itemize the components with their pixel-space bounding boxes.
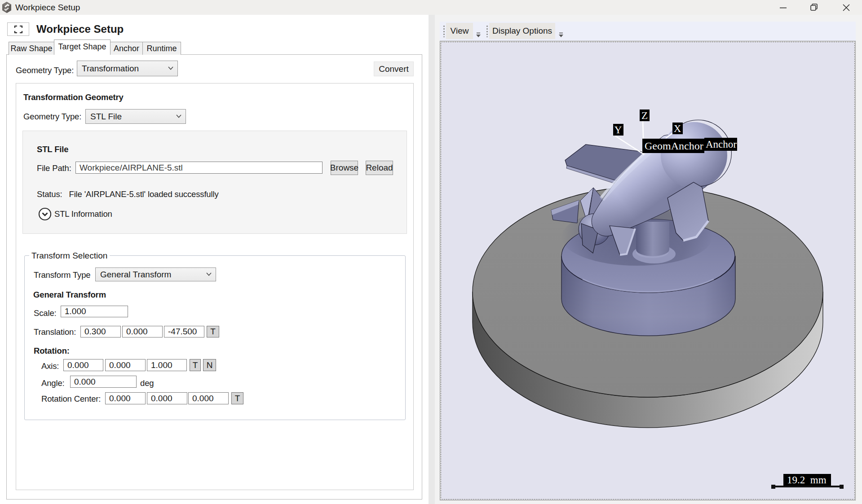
svg-text:Anchor: Anchor bbox=[706, 139, 737, 150]
svg-text:GeomAnchor: GeomAnchor bbox=[645, 140, 703, 152]
svg-text:Z: Z bbox=[641, 110, 648, 121]
svg-text:Y: Y bbox=[614, 124, 622, 136]
svg-text:19.2 mm: 19.2 mm bbox=[787, 474, 827, 486]
svg-text:X: X bbox=[674, 123, 681, 134]
